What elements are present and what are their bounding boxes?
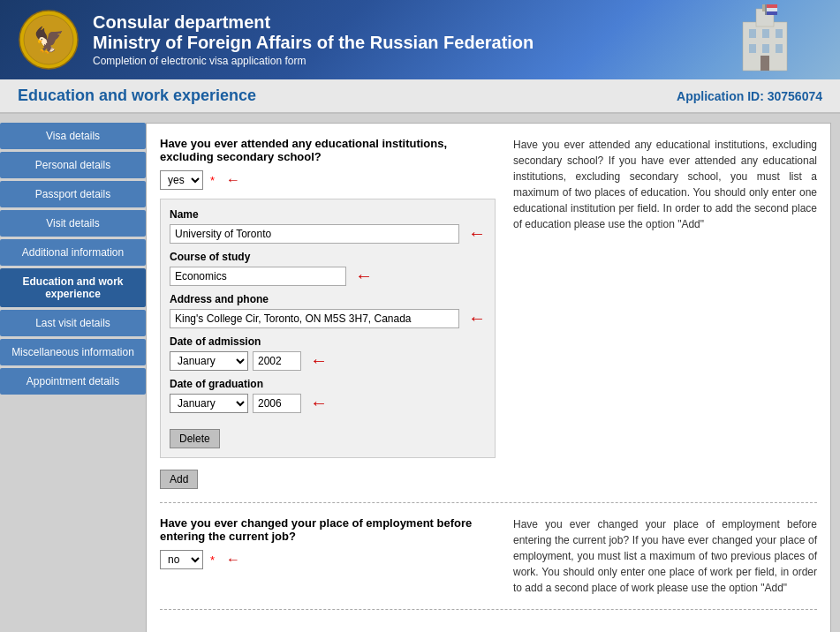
- graduation-date-row: JanuaryFebruaryMarchApril MayJuneJulyAug…: [170, 393, 486, 413]
- sidebar-item-passport-details[interactable]: Passport details: [0, 181, 146, 207]
- name-label: Name: [170, 208, 486, 221]
- admission-date-row: JanuaryFebruaryMarchApril MayJuneJulyAug…: [170, 350, 486, 371]
- svg-text:🦅: 🦅: [34, 26, 64, 55]
- education-answer-select[interactable]: yes no: [160, 170, 203, 190]
- header-subtitle: Completion of electronic visa applicatio…: [93, 55, 534, 67]
- education-required-star: *: [210, 174, 215, 187]
- sidebar-item-appointment[interactable]: Appointment details: [0, 368, 146, 395]
- sub-header: Education and work experience Applicatio…: [0, 79, 840, 114]
- sidebar-item-personal-details[interactable]: Personal details: [0, 152, 146, 178]
- admission-year-input[interactable]: [253, 351, 301, 371]
- page-title: Education and work experience: [18, 87, 256, 105]
- employment-section: Have you ever changed your place of empl…: [160, 516, 817, 610]
- name-arrow: ←: [468, 223, 486, 244]
- sidebar-item-visit-details[interactable]: Visit details: [0, 210, 146, 237]
- svg-rect-11: [762, 44, 769, 53]
- sidebar-item-miscellaneous[interactable]: Miscellaneous information: [0, 339, 146, 365]
- sidebar-item-education[interactable]: Education and work experience: [0, 268, 146, 307]
- graduation-label: Date of graduation: [170, 378, 486, 390]
- graduation-year-input[interactable]: [253, 394, 301, 413]
- address-input[interactable]: [170, 309, 459, 328]
- sidebar-item-additional-information[interactable]: Additional information: [0, 239, 146, 266]
- education-left: Have you ever attended any educational i…: [160, 137, 496, 489]
- employment-question: Have you ever changed your place of empl…: [160, 516, 496, 543]
- svg-rect-8: [762, 29, 769, 38]
- education-question: Have you ever attended any educational i…: [160, 137, 496, 163]
- left-emblem: 🦅: [18, 9, 79, 71]
- app-id-value: 30756074: [768, 89, 822, 103]
- employment-layout: Have you ever changed your place of empl…: [160, 516, 817, 596]
- education-help-text: Have you ever attended any educational i…: [513, 137, 817, 489]
- dept-line2: Ministry of Foreign Affairs of the Russi…: [93, 33, 534, 53]
- address-label: Address and phone: [170, 293, 486, 305]
- sidebar-item-last-visit[interactable]: Last visit details: [0, 310, 146, 336]
- add-button[interactable]: Add: [160, 470, 198, 489]
- course-arrow: ←: [355, 266, 373, 286]
- header: 🦅 Consular department Ministry of Foreig…: [0, 0, 840, 79]
- education-layout: Have you ever attended any educational i…: [160, 137, 817, 489]
- employment-arrow-indicator: ←: [226, 552, 240, 568]
- svg-rect-9: [776, 29, 783, 38]
- employment-required-star: *: [210, 553, 215, 567]
- employment-help-text: Have you ever changed your place of empl…: [513, 516, 817, 596]
- svg-rect-13: [761, 56, 769, 71]
- svg-rect-17: [767, 11, 777, 15]
- svg-rect-12: [776, 44, 783, 53]
- education-answer-row: yes no * ←: [160, 170, 496, 190]
- application-id: Application ID: 30756074: [677, 89, 822, 103]
- employment-answer-select[interactable]: no yes: [160, 550, 203, 569]
- graduation-arrow: ←: [310, 393, 328, 413]
- main-container: Visa details Personal details Passport d…: [0, 114, 840, 632]
- admission-arrow: ←: [310, 350, 328, 371]
- svg-rect-7: [749, 29, 756, 38]
- course-label: Course of study: [170, 251, 486, 263]
- right-emblem: [708, 4, 822, 75]
- admission-month-select[interactable]: JanuaryFebruaryMarchApril MayJuneJulyAug…: [170, 351, 248, 371]
- name-input[interactable]: [170, 224, 459, 244]
- graduation-month-select[interactable]: JanuaryFebruaryMarchApril MayJuneJulyAug…: [170, 394, 248, 413]
- course-input[interactable]: [170, 267, 346, 286]
- admission-label: Date of admission: [170, 335, 486, 348]
- education-section: Have you ever attended any educational i…: [160, 137, 817, 503]
- svg-rect-14: [765, 4, 767, 15]
- education-arrow-indicator: ←: [226, 172, 240, 188]
- sidebar-item-visa-details[interactable]: Visa details: [0, 123, 146, 149]
- svg-rect-15: [767, 4, 777, 8]
- dept-line1: Consular department: [93, 12, 534, 33]
- address-arrow: ←: [468, 308, 486, 328]
- employment-answer-row: no yes * ←: [160, 550, 496, 569]
- delete-button[interactable]: Delete: [170, 429, 220, 448]
- header-text: Consular department Ministry of Foreign …: [93, 12, 534, 67]
- education-card: Name ← Course of study ← Address and pho…: [160, 199, 496, 458]
- svg-rect-16: [767, 8, 777, 11]
- app-id-label: Application ID:: [677, 89, 764, 103]
- svg-rect-10: [749, 44, 756, 53]
- content-area: Have you ever attended any educational i…: [146, 123, 831, 632]
- employment-left: Have you ever changed your place of empl…: [160, 516, 496, 596]
- sidebar: Visa details Personal details Passport d…: [0, 114, 146, 632]
